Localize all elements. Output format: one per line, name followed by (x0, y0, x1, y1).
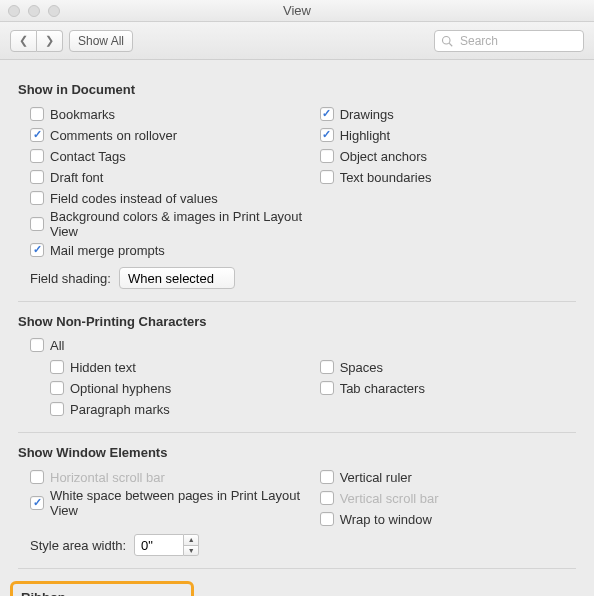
nav-segment: ❮ ❯ (10, 30, 63, 52)
checkbox-label: Spaces (340, 360, 383, 375)
section-title-show-in-document: Show in Document (18, 82, 576, 97)
checkbox[interactable] (50, 381, 64, 395)
checkbox[interactable] (30, 470, 44, 484)
checkbox[interactable] (50, 360, 64, 374)
chevron-left-icon: ❮ (19, 34, 28, 47)
search-icon (441, 35, 453, 47)
checkbox[interactable] (30, 191, 44, 205)
checkbox-label: Drawings (340, 107, 394, 122)
checkbox-label: Vertical scroll bar (340, 491, 439, 506)
field-shading-select[interactable]: When selected (119, 267, 235, 289)
section-title-ribbon: Ribbon (21, 590, 183, 596)
svg-line-1 (449, 43, 452, 46)
style-area-label: Style area width: (30, 538, 126, 553)
checkbox[interactable] (50, 402, 64, 416)
checkbox-label: Field codes instead of values (50, 191, 218, 206)
back-button[interactable]: ❮ (10, 30, 37, 52)
section-title-window-elements: Show Window Elements (18, 445, 576, 460)
checkbox[interactable] (320, 170, 334, 184)
step-down-icon[interactable]: ▼ (184, 545, 198, 556)
checkbox[interactable] (30, 149, 44, 163)
checkbox[interactable] (320, 491, 334, 505)
checkbox-label: White space between pages in Print Layou… (50, 488, 320, 518)
section-title-non-printing: Show Non-Printing Characters (18, 314, 576, 329)
checkbox[interactable] (30, 128, 44, 142)
checkbox[interactable] (30, 107, 44, 121)
toolbar: ❮ ❯ Show All (0, 22, 594, 60)
checkbox[interactable] (320, 149, 334, 163)
checkbox-all[interactable] (30, 338, 44, 352)
checkbox[interactable] (30, 243, 44, 257)
checkbox-label: Mail merge prompts (50, 243, 165, 258)
window-title: View (0, 3, 594, 18)
checkbox[interactable] (320, 128, 334, 142)
checkbox-label: Paragraph marks (70, 402, 170, 417)
chevron-right-icon: ❯ (45, 34, 54, 47)
checkbox[interactable] (320, 381, 334, 395)
checkbox-label: All (50, 338, 64, 353)
checkbox-label: Vertical ruler (340, 470, 412, 485)
show-all-button[interactable]: Show All (69, 30, 133, 52)
checkbox-label: Contact Tags (50, 149, 126, 164)
titlebar: View (0, 0, 594, 22)
checkbox[interactable] (30, 217, 44, 231)
checkbox-label: Wrap to window (340, 512, 432, 527)
checkbox-label: Tab characters (340, 381, 425, 396)
step-up-icon[interactable]: ▲ (184, 535, 198, 545)
field-shading-label: Field shading: (30, 271, 111, 286)
checkbox-label: Horizontal scroll bar (50, 470, 165, 485)
checkbox-label: Background colors & images in Print Layo… (50, 209, 320, 239)
search-field[interactable] (434, 30, 584, 52)
checkbox[interactable] (30, 170, 44, 184)
forward-button[interactable]: ❯ (37, 30, 63, 52)
checkbox[interactable] (320, 470, 334, 484)
checkbox-label: Optional hyphens (70, 381, 171, 396)
checkbox[interactable] (320, 360, 334, 374)
style-area-input[interactable] (134, 534, 184, 556)
checkbox-label: Bookmarks (50, 107, 115, 122)
checkbox-label: Text boundaries (340, 170, 432, 185)
style-area-stepper[interactable]: ▲ ▼ (184, 534, 199, 556)
checkbox[interactable] (30, 496, 44, 510)
checkbox[interactable] (320, 512, 334, 526)
checkbox-label: Draft font (50, 170, 103, 185)
checkbox-label: Object anchors (340, 149, 427, 164)
checkbox[interactable] (320, 107, 334, 121)
svg-point-0 (443, 36, 451, 44)
checkbox-label: Comments on rollover (50, 128, 177, 143)
checkbox-label: Highlight (340, 128, 391, 143)
search-input[interactable] (458, 33, 594, 49)
highlight-annotation: Ribbon Show developer tab (10, 581, 194, 596)
checkbox-label: Hidden text (70, 360, 136, 375)
